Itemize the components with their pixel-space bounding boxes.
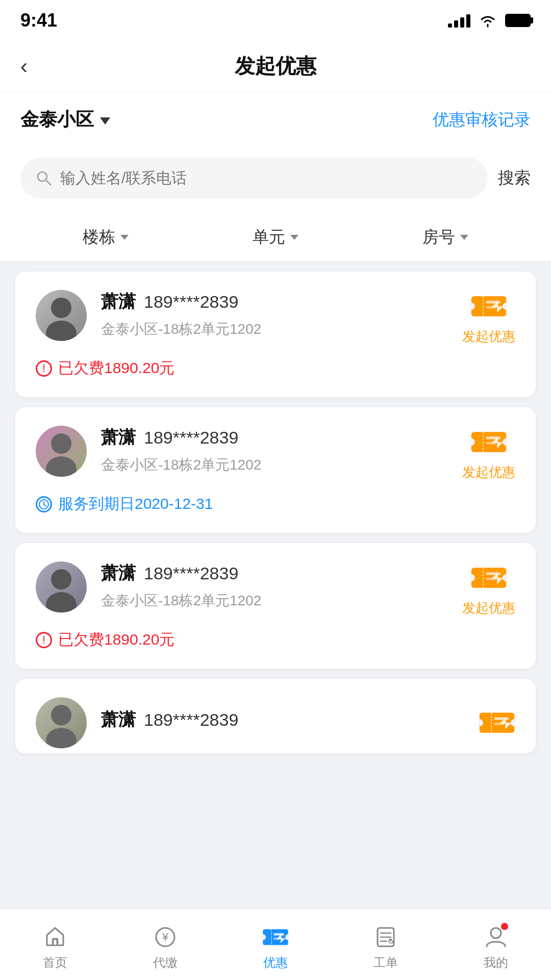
- status-bar: 9:41: [0, 0, 551, 41]
- nav-item-coupon[interactable]: 优惠: [220, 919, 331, 971]
- filter-row: 楼栋 单元 房号: [0, 214, 551, 261]
- coupon-icon: [479, 706, 515, 739]
- action-label: 发起优惠: [462, 328, 515, 346]
- coupon-nav-icon: [262, 924, 289, 950]
- resident-phone: 189****2839: [144, 292, 238, 312]
- svg-rect-16: [486, 436, 501, 439]
- filter-room-label: 房号: [422, 226, 455, 249]
- svg-rect-33: [494, 717, 509, 720]
- svg-rect-25: [486, 572, 501, 575]
- status-icon-circle: !: [36, 632, 52, 648]
- action-label: 发起优惠: [462, 599, 515, 617]
- action-label: 发起优惠: [462, 463, 515, 481]
- pay-icon: ¥: [152, 924, 179, 950]
- nav-item-home[interactable]: 首页: [0, 919, 110, 971]
- coupon-icon: [470, 561, 507, 594]
- name-phone-row: 萧潇 189****2839: [101, 708, 464, 731]
- name-phone-row: 萧潇 189****2839: [101, 561, 448, 585]
- search-input[interactable]: [60, 169, 472, 187]
- back-button[interactable]: ‹: [20, 54, 28, 79]
- resident-card: 萧潇 189****2839 金泰小区-18栋2单元1202: [15, 543, 536, 669]
- svg-line-1: [46, 180, 51, 185]
- filter-unit-label: 单元: [253, 226, 285, 249]
- filter-building-arrow: [120, 235, 129, 240]
- avatar-silhouette: [36, 561, 87, 612]
- svg-point-19: [51, 569, 71, 590]
- home-icon: [42, 924, 68, 950]
- avatar-silhouette: [36, 426, 87, 477]
- filter-room[interactable]: 房号: [361, 226, 531, 249]
- coupon-icon: [470, 426, 507, 458]
- page-title: 发起优惠: [235, 52, 316, 80]
- status-text: 已欠费1890.20元: [58, 358, 174, 379]
- community-dropdown-arrow: [100, 117, 110, 125]
- filter-building[interactable]: 楼栋: [20, 226, 190, 249]
- nav-item-profile[interactable]: 我的: [441, 919, 551, 971]
- signal-icon: [448, 13, 470, 28]
- name-phone-row: 萧潇 189****2839: [101, 426, 448, 449]
- svg-text:¥: ¥: [162, 930, 169, 943]
- svg-point-51: [491, 928, 501, 938]
- card-top: 萧潇 189****2839 金泰小区-18栋2单元1202: [36, 426, 515, 481]
- card-action[interactable]: 发起优惠: [462, 426, 515, 481]
- search-input-wrap: [20, 158, 488, 199]
- status-icon-circle: [36, 496, 52, 512]
- filter-unit[interactable]: 单元: [190, 226, 360, 249]
- workorder-icon: [372, 924, 399, 950]
- nav-item-workorder[interactable]: 工单: [331, 919, 441, 971]
- resident-phone: 189****2839: [144, 710, 238, 730]
- card-status: ! 已欠费1890.20元: [36, 629, 515, 650]
- battery-icon: [505, 14, 531, 27]
- card-action[interactable]: [479, 706, 515, 739]
- nav-label-profile: 我的: [484, 954, 508, 971]
- svg-point-3: [46, 321, 77, 341]
- card-top: 萧潇 189****2839 金泰小区-18栋2单元1202: [36, 561, 515, 617]
- resident-address: 金泰小区-18栋2单元1202: [101, 455, 448, 475]
- nav-item-pay[interactable]: ¥ 代缴: [110, 919, 220, 971]
- resident-name: 萧潇: [101, 290, 136, 313]
- community-selector[interactable]: 金泰小区: [20, 107, 110, 132]
- filter-unit-arrow: [290, 235, 298, 240]
- svg-rect-8: [486, 301, 501, 303]
- search-button[interactable]: 搜索: [498, 167, 531, 189]
- nav-label-workorder: 工单: [373, 954, 398, 971]
- status-text: 已欠费1890.20元: [58, 629, 174, 650]
- resident-phone: 189****2839: [144, 564, 238, 583]
- card-info: 萧潇 189****2839 金泰小区-18栋2单元1202: [101, 426, 448, 475]
- card-action[interactable]: 发起优惠: [462, 561, 515, 617]
- resident-address: 金泰小区-18栋2单元1202: [101, 591, 448, 610]
- avatar: [36, 561, 87, 612]
- card-info: 萧潇 189****2839 金泰小区-18栋2单元1202: [101, 290, 448, 339]
- resident-name: 萧潇: [101, 561, 136, 585]
- search-icon: [36, 170, 52, 186]
- status-icons: [448, 13, 531, 28]
- card-top: 萧潇 189****2839 金泰小区-18栋2单元1202: [36, 290, 515, 346]
- header: ‹ 发起优惠: [0, 41, 551, 92]
- name-phone-row: 萧潇 189****2839: [101, 290, 448, 313]
- resident-phone: 189****2839: [144, 428, 238, 448]
- card-action[interactable]: 发起优惠: [462, 290, 515, 346]
- filter-building-label: 楼栋: [83, 226, 115, 249]
- community-row: 金泰小区 优惠审核记录: [0, 92, 551, 148]
- nav-label-pay: 代缴: [153, 954, 178, 971]
- svg-point-2: [51, 298, 71, 318]
- card-top: 萧潇 189****2839: [36, 697, 515, 748]
- filter-room-arrow: [460, 235, 468, 240]
- wifi-icon: [479, 13, 497, 28]
- resident-list: 萧潇 189****2839 金泰小区-18栋2单元1202: [0, 261, 551, 855]
- avatar-silhouette: [36, 290, 87, 341]
- nav-label-home: 首页: [43, 954, 67, 971]
- avatar: [36, 426, 87, 477]
- svg-point-27: [51, 705, 71, 725]
- card-info: 萧潇 189****2839: [101, 708, 464, 738]
- resident-name: 萧潇: [101, 426, 136, 449]
- svg-rect-42: [273, 933, 284, 936]
- resident-name: 萧潇: [101, 708, 136, 731]
- status-text: 服务到期日2020-12-31: [58, 494, 213, 514]
- status-icon-circle: !: [36, 360, 52, 377]
- coupon-icon: [470, 290, 507, 323]
- svg-point-28: [46, 728, 77, 748]
- nav-label-coupon: 优惠: [263, 954, 288, 971]
- audit-link[interactable]: 优惠审核记录: [433, 109, 531, 131]
- resident-address: 金泰小区-18栋2单元1202: [101, 320, 448, 339]
